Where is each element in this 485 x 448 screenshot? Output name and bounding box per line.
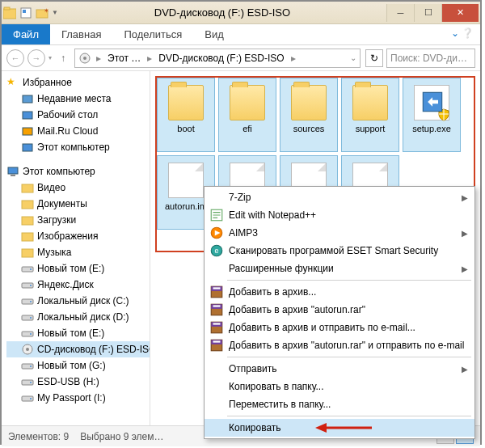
context-menu-item[interactable]: Копировать в папку... [205,378,474,395]
ribbon-help-icon[interactable]: ⌄ ❔ [445,24,480,44]
tree-item[interactable]: Новый том (G:) [6,357,150,374]
tree-item[interactable]: Mail.Ru Cloud [6,123,150,139]
svg-rect-12 [8,167,18,174]
tree-item[interactable]: ESD-USB (H:) [6,374,150,390]
context-menu-item[interactable]: Переместить в папку... [205,395,474,413]
context-menu-item[interactable]: Добавить в архив... [205,283,474,301]
tree-item-label: Видео [37,182,65,193]
tree-item[interactable]: Недавние места [6,91,150,107]
tree-item[interactable]: Локальный диск (C:) [6,293,150,309]
file-item[interactable]: sources [280,78,338,152]
tree-item-icon [21,375,34,388]
nav-up-button[interactable]: ↑ [55,50,71,66]
maximize-button[interactable]: ☐ [414,4,441,22]
close-button[interactable]: ✕ [441,4,479,22]
tree-item[interactable]: Рабочий стол [6,107,150,123]
file-item[interactable]: setup.exe [403,78,461,152]
qat-props-icon[interactable] [19,6,32,19]
context-menu-label: 7-Zip [229,192,251,203]
context-menu-item[interactable]: Отправить▶ [205,360,474,378]
address-dropdown-icon[interactable]: ⌄ [350,53,356,62]
file-item[interactable]: boot [157,78,215,152]
tree-item[interactable]: Локальный диск (D:) [6,309,150,325]
context-menu-item[interactable]: Добавить в архив и отправить по e-mail..… [205,319,474,336]
context-menu-label: Добавить в архив "autorun.rar" и отправи… [229,340,464,351]
tree-item[interactable]: Этот компьютер [6,139,150,155]
ribbon-file-tab[interactable]: Файл [2,24,50,44]
context-menu-item[interactable]: Добавить в архив "autorun.rar" и отправи… [205,336,474,354]
svg-rect-1 [4,7,10,10]
submenu-arrow-icon: ▶ [462,229,468,238]
file-item[interactable]: efi [218,78,276,152]
tree-item[interactable]: Новый том (E:) [6,325,150,341]
nav-back-button[interactable]: ← [6,49,24,67]
tree-item-icon [21,391,34,404]
svg-rect-49 [213,305,221,306]
tree-item[interactable]: Документы [6,196,150,212]
tree-item[interactable]: CD-дисковод (F:) ESD-ISO [6,341,150,357]
breadcrumb-seg[interactable]: Этот … [106,53,142,64]
file-item[interactable]: support [341,78,399,152]
tree-thispc[interactable]: Этот компьютер [6,163,150,180]
context-menu-item[interactable]: Расширенные функции▶ [205,260,474,277]
breadcrumb-chevron-icon[interactable]: ▸ [146,53,154,64]
rar-icon [209,320,224,335]
tree-item-icon [21,327,34,340]
ribbon-tab-home[interactable]: Главная [50,24,112,44]
tree-item[interactable]: Новый том (E:) [6,260,150,277]
tree-item-icon [21,343,34,356]
context-menu-item[interactable]: 7-Zip▶ [205,188,474,206]
tree-item-label: Локальный диск (D:) [37,311,129,323]
file-label: efi [221,124,274,133]
aimp-icon [209,226,224,240]
tree-item[interactable]: Яндекс.Диск [6,277,150,293]
refresh-button[interactable]: ↻ [365,49,383,67]
tree-favorites[interactable]: ★Избранное [6,74,150,91]
svg-rect-13 [11,175,15,176]
tree-item[interactable]: My Passport (I:) [6,390,150,406]
titlebar[interactable]: ✶ ▼ DVD-дисковод (F:) ESD-ISO ─ ☐ ✕ [2,2,480,24]
search-input[interactable]: Поиск: DVD-ди… [386,49,475,68]
context-menu-label: Edit with Notepad++ [229,209,316,221]
tree-item-label: Локальный диск (C:) [37,295,129,306]
tree-label: Избранное [23,77,72,88]
status-selected: Выбрано 9 элем… [80,431,163,442]
svg-rect-9 [23,112,32,119]
ribbon-tab-view[interactable]: Вид [193,24,235,44]
context-menu-label: Добавить в архив и отправить по e-mail..… [229,322,415,333]
tree-item-label: Яндекс.Диск [37,279,94,290]
context-menu-item[interactable]: Добавить в архив "autorun.rar" [205,301,474,319]
context-separator [227,280,471,281]
nav-tree[interactable]: ★Избранное Недавние местаРабочий столMai… [2,71,150,425]
svg-rect-55 [213,340,221,342]
tree-item-icon [21,262,34,275]
breadcrumb-chevron-icon[interactable]: ▸ [289,53,297,64]
svg-point-20 [30,268,32,270]
svg-point-30 [26,348,29,351]
qat-dropdown-icon[interactable]: ▼ [52,9,58,16]
context-menu-item[interactable]: eСканировать программой ESET Smart Secur… [205,242,474,260]
breadcrumb-seg[interactable]: DVD-дисковод (F:) ESD-ISO [157,53,285,64]
context-menu-item[interactable]: Копировать [205,419,474,437]
context-menu-label: Сканировать программой ESET Smart Securi… [229,245,438,256]
nav-history-dropdown[interactable]: ▾ [48,54,52,61]
tree-item[interactable]: Музыка [6,244,150,260]
notepad-icon [209,208,224,222]
tree-item-label: Изображения [37,230,98,242]
nav-forward-button[interactable]: → [27,49,45,67]
qat-newfolder-icon[interactable]: ✶ [36,6,48,19]
context-menu-item[interactable]: Edit with Notepad++ [205,206,474,224]
tree-item[interactable]: Видео [6,180,150,196]
pc-icon [6,165,19,178]
tree-item-label: My Passport (I:) [37,392,106,404]
tree-item-icon [21,92,34,105]
tree-item[interactable]: Изображения [6,228,150,244]
tree-item[interactable]: Загрузки [6,212,150,228]
svg-rect-52 [213,323,221,324]
breadcrumb-chevron-icon[interactable]: ▸ [95,53,103,64]
ribbon-tab-share[interactable]: Поделиться [112,24,193,44]
context-menu-item[interactable]: AIMP3▶ [205,224,474,242]
minimize-button[interactable]: ─ [386,4,414,22]
address-bar[interactable]: ▸ Этот … ▸ DVD-дисковод (F:) ESD-ISO ▸ ⌄ [74,49,361,68]
context-menu[interactable]: 7-Zip▶Edit with Notepad++AIMP3▶eСканиров… [204,186,475,439]
